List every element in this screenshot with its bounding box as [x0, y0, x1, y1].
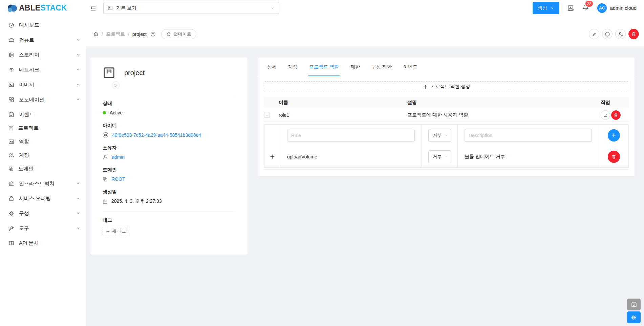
- tab-limits[interactable]: 제한: [350, 58, 361, 76]
- sidebar-item-projects[interactable]: 프로젝트: [0, 121, 86, 135]
- brand-logo: ABLESTACK: [0, 3, 86, 13]
- drag-handle-icon[interactable]: [270, 154, 275, 159]
- tab-configure-limits[interactable]: 구성 제한: [371, 58, 392, 76]
- notifications-button[interactable]: 22: [582, 4, 589, 12]
- status-dot: [103, 111, 106, 114]
- table-header: 이름 설명 작업: [264, 97, 629, 108]
- page-actions: [589, 29, 639, 39]
- breadcrumb-projects-link[interactable]: 프로젝트: [106, 31, 125, 37]
- update-button[interactable]: 업데이트: [161, 29, 196, 39]
- sidebar-item-label: 컴퓨트: [19, 37, 34, 43]
- project-roles-table: 이름 설명 작업 role1 프로젝트에 대한 사용자 역할: [264, 97, 629, 170]
- chevron-down-icon: [76, 211, 80, 215]
- wrench-icon: [8, 225, 14, 231]
- delete-role-button[interactable]: [611, 110, 621, 120]
- sidebar-item-label: 도구: [19, 225, 29, 232]
- chevron-down-icon: [445, 134, 448, 137]
- permission-select[interactable]: 거부: [428, 129, 451, 142]
- sidebar-item-label: 이미지: [19, 82, 34, 88]
- sidebar-item-events[interactable]: 이벤트: [0, 108, 86, 121]
- project-info-card: project 상태 Active 아이디 40f0e503-7c52-4a29…: [90, 58, 248, 255]
- sidebar-item-infrastructure[interactable]: 인프라스트럭쳐: [0, 177, 86, 190]
- menu-fold-icon[interactable]: [90, 5, 96, 12]
- tags-label: 태그: [103, 217, 235, 223]
- delete-project-button[interactable]: [628, 29, 639, 39]
- sidebar-item-configuration[interactable]: 구성: [0, 207, 86, 220]
- pause-icon: [605, 31, 610, 37]
- help-icon[interactable]: [150, 31, 156, 37]
- project-icon: [103, 66, 115, 79]
- gear-icon: [631, 314, 637, 321]
- events-panel-button[interactable]: [627, 299, 641, 310]
- user-menu[interactable]: AC admin cloud: [597, 3, 637, 13]
- settings-button[interactable]: [627, 311, 641, 323]
- project-detail-card: 상세계정프로젝트 역할제한구성 제한이벤트 프로젝트 역할 생성 이름 설명 작…: [258, 58, 635, 176]
- sidebar-item-domains[interactable]: 도메인: [0, 162, 86, 175]
- edit-icon: [592, 31, 597, 37]
- image-icon: [8, 82, 14, 88]
- add-rule-button[interactable]: [608, 129, 620, 142]
- rule-permission-select[interactable]: 거부: [428, 150, 451, 163]
- sidebar-item-automation[interactable]: 오토메이션: [0, 93, 86, 106]
- bag-icon: [8, 196, 14, 201]
- brand-name: ABLESTACK: [19, 3, 67, 13]
- suspend-project-button[interactable]: [602, 29, 613, 39]
- team-icon: [8, 152, 14, 158]
- view-select[interactable]: 기본 보기: [103, 2, 279, 14]
- column-description: 설명: [407, 100, 601, 106]
- description-input[interactable]: [465, 129, 592, 142]
- sidebar-item-label: 프로젝트: [18, 125, 39, 131]
- created-label: 생성일: [103, 189, 235, 195]
- minus-icon: [265, 113, 269, 117]
- edit-project-button[interactable]: [589, 29, 599, 39]
- user-icon: [103, 154, 108, 160]
- sidebar-item-network[interactable]: 네트워크: [0, 63, 86, 77]
- sidebar-item-compute[interactable]: 컴퓨트: [0, 33, 86, 47]
- id-label: 아이디: [103, 123, 235, 129]
- sidebar-item-accounts[interactable]: 계정: [0, 148, 86, 162]
- sidebar: 대시보드컴퓨트스토리지네트워크이미지오토메이션이벤트프로젝트역할계정도메인인프라…: [0, 16, 86, 326]
- user-add-icon: [618, 31, 623, 37]
- edit-icon-button[interactable]: [112, 81, 120, 89]
- annotation-add-icon[interactable]: [567, 5, 574, 12]
- owner-label: 소유자: [103, 145, 235, 151]
- plus-icon: [106, 230, 110, 233]
- add-account-button[interactable]: [615, 29, 626, 39]
- breadcrumb-band: / 프로젝트 / project 업데이트: [86, 16, 644, 46]
- tab-accounts[interactable]: 계정: [287, 58, 298, 76]
- rule-input[interactable]: [287, 129, 415, 142]
- sidebar-item-storage[interactable]: 스토리지: [0, 48, 86, 62]
- sidebar-item-images[interactable]: 이미지: [0, 78, 86, 91]
- sidebar-item-service-offerings[interactable]: 서비스 오퍼링: [0, 192, 86, 205]
- sidebar-item-api-docs[interactable]: API 문서: [0, 236, 86, 250]
- create-project-role-button[interactable]: 프로젝트 역할 생성: [264, 81, 629, 92]
- collapse-row-toggle[interactable]: [264, 112, 270, 118]
- domain-link[interactable]: ROOT: [111, 176, 125, 182]
- main-content: / 프로젝트 / project 업데이트: [86, 16, 644, 326]
- sidebar-item-tools[interactable]: 도구: [0, 221, 86, 235]
- home-icon[interactable]: [93, 31, 99, 37]
- tab-project-roles[interactable]: 프로젝트 역할: [308, 58, 340, 76]
- calendar-icon: [103, 199, 108, 204]
- notification-badge: 22: [585, 1, 593, 7]
- edit-icon: [603, 113, 608, 117]
- tab-details[interactable]: 상세: [266, 58, 277, 76]
- project-icon: [8, 126, 14, 131]
- domain-label: 도메인: [103, 167, 235, 173]
- sidebar-item-roles[interactable]: 역할: [0, 135, 86, 148]
- create-button[interactable]: 생성: [533, 2, 559, 14]
- delete-rule-button[interactable]: [608, 151, 620, 163]
- sidebar-item-label: 인프라스트럭쳐: [19, 180, 55, 187]
- project-id-value[interactable]: 40f0e503-7c52-4a29-aa44-58541b3d96e4: [112, 132, 201, 138]
- owner-link[interactable]: admin: [112, 154, 125, 160]
- bank-icon: [8, 181, 14, 187]
- sidebar-item-label: 도메인: [18, 166, 34, 172]
- sidebar-item-dashboard[interactable]: 대시보드: [0, 18, 86, 32]
- chevron-down-icon: [76, 181, 80, 186]
- new-tag-button[interactable]: 새 태그: [103, 227, 129, 236]
- tab-events[interactable]: 이벤트: [403, 58, 418, 76]
- breadcrumb: / 프로젝트 / project: [93, 31, 156, 37]
- calendar-check-icon: [631, 302, 637, 307]
- edit-role-button[interactable]: [601, 110, 610, 120]
- table-row: role1 프로젝트에 대한 사용자 역할: [264, 108, 629, 122]
